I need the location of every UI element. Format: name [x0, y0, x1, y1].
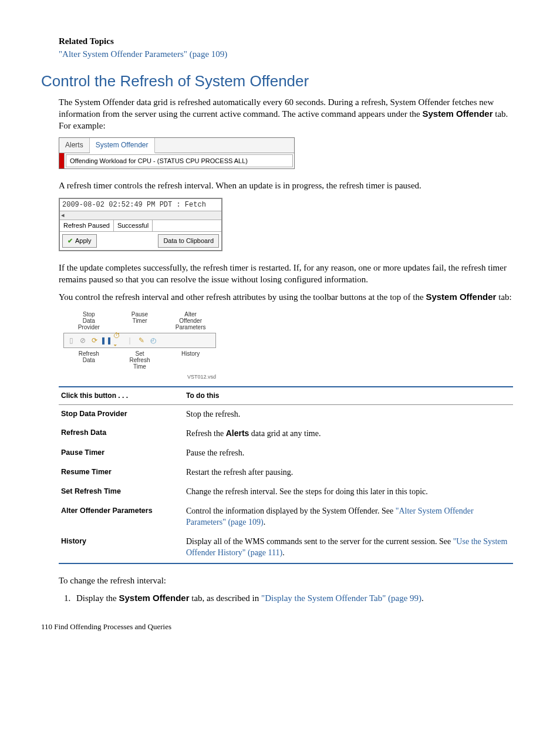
- clock-dropdown-icon[interactable]: ⏱▾: [113, 335, 123, 346]
- control-refresh-paragraph: You control the refresh interval and oth…: [59, 291, 513, 303]
- figure-caption: VST012.vsd: [63, 373, 216, 380]
- data-to-clipboard-button[interactable]: Data to Clipboard: [158, 234, 219, 248]
- stop-icon[interactable]: ⊘: [77, 335, 88, 346]
- pencil-icon[interactable]: ✎: [136, 335, 147, 346]
- system-offender-strong: System Offender: [423, 109, 493, 119]
- update-completes-paragraph: If the update completes successfully, th…: [59, 262, 513, 286]
- figure-toolbar-diagram: Stop Data Provider Pause Timer Alter Off…: [63, 311, 216, 380]
- history-icon[interactable]: ◴: [148, 335, 158, 346]
- label-pause-timer: Pause Timer: [122, 311, 157, 330]
- section-title: Control the Refresh of System Offender: [41, 71, 513, 92]
- tab-system-offender[interactable]: System Offender: [90, 138, 155, 153]
- table-row: Stop Data Provider Stop the refresh.: [59, 404, 513, 424]
- col-to-do-this: To do this: [184, 387, 513, 404]
- button-reference-table: Click this button . . . To do this Stop …: [59, 386, 513, 563]
- col-click-this-button: Click this button . . .: [59, 387, 184, 404]
- label-stop-data-provider: Stop Data Provider: [71, 311, 106, 330]
- active-command-text: Offending Workload for CPU - (STATUS CPU…: [66, 154, 293, 168]
- label-alter-offender-parameters: Alter Offender Parameters: [173, 311, 208, 330]
- horizontal-scrollbar[interactable]: [60, 211, 221, 220]
- steps-list: Display the System Offender tab, as desc…: [59, 592, 513, 604]
- status-refresh-paused: Refresh Paused: [60, 220, 114, 231]
- table-row: Refresh Data Refresh the Alerts data gri…: [59, 424, 513, 444]
- related-topics-block: Related Topics "Alter System Offender Pa…: [59, 35, 513, 60]
- table-row: Pause Timer Pause the refresh.: [59, 444, 513, 463]
- pause-icon[interactable]: ❚❚: [101, 335, 112, 346]
- refresh-icon[interactable]: ⟳: [89, 335, 100, 346]
- related-topics-heading: Related Topics: [59, 35, 513, 47]
- refresh-timer-paragraph: A refresh timer controls the refresh int…: [59, 180, 513, 191]
- label-refresh-data: Refresh Data: [71, 350, 106, 370]
- log-timestamp-line: 2009-08-02 02:52:49 PM PDT : Fetch: [60, 199, 221, 211]
- divider-icon: |: [124, 335, 135, 346]
- checkmark-icon: ✔: [68, 237, 73, 245]
- status-successful: Successful: [114, 220, 153, 231]
- grip-icon: ▯: [66, 335, 76, 346]
- figure-refresh-status: 2009-08-02 02:52:49 PM PDT : Fetch Refre…: [59, 198, 513, 251]
- status-bar: Refresh Paused Successful: [60, 220, 221, 232]
- change-interval-lead: To change the refresh interval:: [59, 575, 513, 586]
- label-set-refresh-time: Set Refresh Time: [122, 350, 157, 370]
- page-footer: 110 Find Offending Processes and Queries: [41, 622, 513, 632]
- related-link[interactable]: "Alter System Offender Parameters" (page…: [59, 49, 227, 59]
- tab-strip: Alerts System Offender: [59, 138, 294, 153]
- table-row: Set Refresh Time Change the refresh inte…: [59, 482, 513, 502]
- label-history: History: [173, 350, 208, 370]
- apply-button[interactable]: ✔ Apply: [62, 234, 97, 248]
- intro-paragraph: The System Offender data grid is refresh…: [59, 96, 513, 132]
- table-row: Alter Offender Parameters Control the in…: [59, 502, 513, 532]
- expand-handle-icon[interactable]: [59, 153, 65, 169]
- link-display-so-tab[interactable]: "Display the System Offender Tab" (page …: [261, 593, 421, 603]
- table-row: Resume Timer Restart the refresh after p…: [59, 463, 513, 482]
- toolbar: ▯ ⊘ ⟳ ❚❚ ⏱▾ | ✎ ◴: [63, 333, 216, 348]
- tab-alerts[interactable]: Alerts: [59, 138, 90, 152]
- figure-tabs-active-command: Alerts System Offender Offending Workloa…: [59, 137, 513, 169]
- table-row: History Display all of the WMS commands …: [59, 532, 513, 563]
- step-1: Display the System Offender tab, as desc…: [73, 592, 513, 604]
